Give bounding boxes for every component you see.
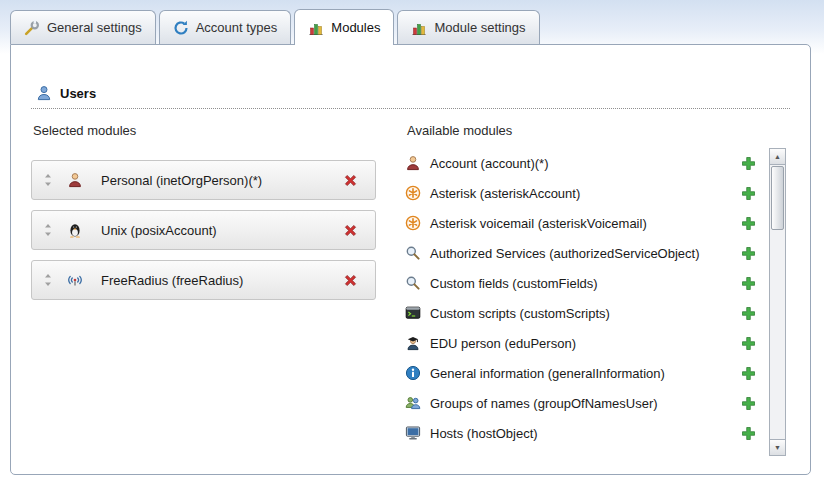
add-module-button[interactable] bbox=[741, 336, 756, 351]
available-module-asterisk: Asterisk (asteriskAccount) bbox=[405, 178, 756, 208]
tab-module-settings[interactable]: Module settings bbox=[397, 10, 539, 44]
radius-antenna-icon bbox=[67, 272, 83, 288]
add-module-button[interactable] bbox=[741, 426, 756, 441]
group-icon bbox=[405, 395, 421, 411]
plus-icon bbox=[741, 426, 756, 441]
selected-module-personal[interactable]: Personal (inetOrgPerson)(*) bbox=[31, 160, 376, 200]
selected-modules-heading: Selected modules bbox=[33, 123, 376, 138]
available-modules-heading: Available modules bbox=[407, 123, 786, 138]
chart-icon bbox=[411, 20, 427, 36]
tab-general-settings[interactable]: General settings bbox=[10, 10, 156, 44]
user-icon bbox=[36, 85, 52, 101]
scroll-up-button[interactable]: ▲ bbox=[770, 149, 785, 165]
drag-handle-icon[interactable] bbox=[42, 223, 54, 237]
magnifier-icon bbox=[405, 245, 421, 261]
module-label: Hosts (hostObject) bbox=[430, 426, 732, 441]
add-module-button[interactable] bbox=[741, 306, 756, 321]
plus-icon bbox=[741, 156, 756, 171]
module-label: EDU person (eduPerson) bbox=[430, 336, 732, 351]
module-label: Personal (inetOrgPerson)(*) bbox=[101, 173, 342, 188]
module-label: Groups of names (groupOfNamesUser) bbox=[430, 396, 732, 411]
sync-icon bbox=[173, 20, 189, 36]
magnifier-icon bbox=[405, 275, 421, 291]
tux-penguin-icon bbox=[67, 222, 83, 238]
plus-icon bbox=[741, 276, 756, 291]
plus-icon bbox=[741, 396, 756, 411]
tab-label: Account types bbox=[196, 20, 278, 35]
asterisk-icon bbox=[405, 185, 421, 201]
chart-icon bbox=[308, 20, 324, 36]
available-modules-column: Available modules Account (account)(*) bbox=[405, 121, 810, 456]
module-label: Unix (posixAccount) bbox=[101, 223, 342, 238]
asterisk-icon bbox=[405, 215, 421, 231]
available-modules-list: Account (account)(*) bbox=[405, 148, 756, 456]
module-label: General information (generalInformation) bbox=[430, 366, 732, 381]
module-label: Custom fields (customFields) bbox=[430, 276, 732, 291]
info-icon bbox=[405, 365, 421, 381]
computer-icon bbox=[405, 425, 421, 441]
available-module-custom-scripts: Custom scripts (customScripts) bbox=[405, 298, 756, 328]
scrollbar[interactable]: ▲ ▼ bbox=[769, 148, 786, 456]
users-section-heading: Users bbox=[31, 85, 790, 109]
delete-icon bbox=[342, 172, 359, 189]
tab-account-types[interactable]: Account types bbox=[159, 10, 292, 44]
available-module-general-information: General information (generalInformation) bbox=[405, 358, 756, 388]
person-icon bbox=[67, 172, 83, 188]
selected-module-freeradius[interactable]: FreeRadius (freeRadius) bbox=[31, 260, 376, 300]
remove-module-button[interactable] bbox=[342, 222, 359, 239]
person-icon bbox=[405, 155, 421, 171]
selected-modules-list: Personal (inetOrgPerson)(*) bbox=[31, 160, 376, 300]
add-module-button[interactable] bbox=[741, 276, 756, 291]
scrollbar-thumb[interactable] bbox=[771, 166, 784, 230]
drag-handle-icon[interactable] bbox=[42, 173, 54, 187]
plus-icon bbox=[741, 306, 756, 321]
modules-panel: Users Selected modules bbox=[10, 44, 811, 475]
available-module-asterisk-voicemail: Asterisk voicemail (asteriskVoicemail) bbox=[405, 208, 756, 238]
available-module-custom-fields: Custom fields (customFields) bbox=[405, 268, 756, 298]
plus-icon bbox=[741, 216, 756, 231]
scroll-down-button[interactable]: ▼ bbox=[770, 439, 785, 455]
available-module-edu-person: EDU person (eduPerson) bbox=[405, 328, 756, 358]
plus-icon bbox=[741, 186, 756, 201]
add-module-button[interactable] bbox=[741, 396, 756, 411]
available-module-hosts: Hosts (hostObject) bbox=[405, 418, 756, 448]
plus-icon bbox=[741, 336, 756, 351]
terminal-icon bbox=[405, 305, 421, 321]
scroll-up-icon: ▲ bbox=[774, 153, 781, 160]
add-module-button[interactable] bbox=[741, 366, 756, 381]
available-modules-wrap: Account (account)(*) bbox=[405, 148, 786, 456]
module-label: Account (account)(*) bbox=[430, 156, 732, 171]
remove-module-button[interactable] bbox=[342, 172, 359, 189]
selected-module-unix[interactable]: Unix (posixAccount) bbox=[31, 210, 376, 250]
tab-modules[interactable]: Modules bbox=[294, 9, 394, 45]
plus-icon bbox=[741, 366, 756, 381]
module-label: Asterisk (asteriskAccount) bbox=[430, 186, 732, 201]
available-module-groups-of-names: Groups of names (groupOfNamesUser) bbox=[405, 388, 756, 418]
tab-label: Module settings bbox=[434, 20, 525, 35]
available-module-account: Account (account)(*) bbox=[405, 148, 756, 178]
remove-module-button[interactable] bbox=[342, 272, 359, 289]
module-label: Custom scripts (customScripts) bbox=[430, 306, 732, 321]
modules-columns: Selected modules bbox=[11, 109, 810, 456]
plus-icon bbox=[741, 246, 756, 261]
graduate-icon bbox=[405, 335, 421, 351]
tab-label: Modules bbox=[331, 20, 380, 35]
add-module-button[interactable] bbox=[741, 186, 756, 201]
scroll-down-icon: ▼ bbox=[774, 444, 781, 451]
module-label: Authorized Services (authorizedServiceOb… bbox=[430, 246, 732, 261]
tab-bar: General settings Account types Modules bbox=[10, 9, 540, 45]
module-label: Asterisk voicemail (asteriskVoicemail) bbox=[430, 216, 732, 231]
add-module-button[interactable] bbox=[741, 156, 756, 171]
tools-icon bbox=[24, 20, 40, 36]
add-module-button[interactable] bbox=[741, 246, 756, 261]
delete-icon bbox=[342, 272, 359, 289]
section-title: Users bbox=[60, 86, 96, 101]
add-module-button[interactable] bbox=[741, 216, 756, 231]
module-label: FreeRadius (freeRadius) bbox=[101, 273, 342, 288]
lam-config-page: General settings Account types Modules bbox=[0, 0, 824, 478]
drag-handle-icon[interactable] bbox=[42, 273, 54, 287]
delete-icon bbox=[342, 222, 359, 239]
tab-label: General settings bbox=[47, 20, 142, 35]
selected-modules-column: Selected modules bbox=[31, 121, 376, 456]
available-module-authorized-services: Authorized Services (authorizedServiceOb… bbox=[405, 238, 756, 268]
